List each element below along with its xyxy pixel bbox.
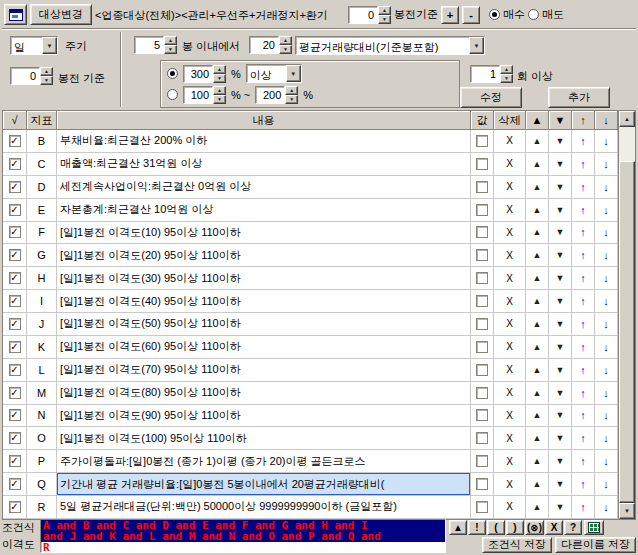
row-enabled-checkbox[interactable]: ✓	[9, 432, 21, 444]
row-move-up-button[interactable]: ↑	[572, 267, 595, 289]
range-to-value[interactable]: 200	[255, 86, 285, 104]
spin-down-icon[interactable]: ▼	[279, 45, 292, 54]
row-enabled-checkbox[interactable]: ✓	[9, 387, 21, 399]
row-move-top-button[interactable]: ▲	[526, 153, 549, 175]
row-value-checkbox[interactable]	[476, 272, 488, 284]
table-row[interactable]: ✓ E 자본총계:최근결산 10억원 이상 X ▲ ▼ ↑ ↓	[3, 199, 618, 222]
minus-button[interactable]: -	[462, 6, 480, 24]
buy-radio[interactable]	[489, 9, 500, 20]
collapse-formula-button[interactable]: ▲	[449, 520, 467, 535]
row-move-down-button[interactable]: ↓	[595, 199, 618, 221]
row-delete-button[interactable]: X	[494, 496, 526, 518]
row-delete-button[interactable]: X	[494, 336, 526, 358]
table-row[interactable]: ✓ K [일]1봉전 이격도(60) 95이상 110이하 X ▲ ▼ ↑ ↓	[3, 336, 618, 359]
occurrence-count-spinner[interactable]: 1 ▲ ▼	[470, 65, 513, 83]
row-delete-button[interactable]: X	[494, 244, 526, 266]
range-to-spinner[interactable]: 200 ▲ ▼	[255, 86, 298, 104]
row-move-bottom-button[interactable]: ▼	[549, 176, 572, 198]
scroll-thumb[interactable]	[619, 161, 635, 503]
row-move-down-button[interactable]: ↓	[595, 473, 618, 495]
row-value-checkbox[interactable]	[476, 204, 488, 216]
comparison-combo[interactable]: 이상 ▼	[246, 64, 302, 83]
row-content[interactable]: 세전계속사업이익:최근결산 0억원 이상	[57, 176, 471, 198]
row-move-down-button[interactable]: ↓	[595, 153, 618, 175]
row-content[interactable]: [일]1봉전 이격도(10) 95이상 110이하	[57, 222, 471, 244]
row-move-down-button[interactable]: ↓	[595, 359, 618, 381]
bars-within-spinner[interactable]: 5 ▲ ▼	[134, 36, 177, 54]
row-move-down-button[interactable]: ↓	[595, 496, 618, 518]
row-move-bottom-button[interactable]: ▼	[549, 153, 572, 175]
row-delete-button[interactable]: X	[494, 153, 526, 175]
table-row[interactable]: ✓ C 매출액:최근결산 31억원 이상 X ▲ ▼ ↑ ↓	[3, 153, 618, 176]
save-as-button[interactable]: 다른이름 저장	[555, 537, 636, 553]
row-move-up-button[interactable]: ↑	[572, 405, 595, 427]
row-move-up-button[interactable]: ↑	[572, 130, 595, 152]
row-enabled-checkbox[interactable]: ✓	[9, 364, 21, 376]
spin-down-icon[interactable]: ▼	[500, 74, 513, 83]
row-value-checkbox[interactable]	[476, 364, 488, 376]
row-move-down-button[interactable]: ↓	[595, 313, 618, 335]
header-move-bottom[interactable]: ▼	[549, 111, 572, 130]
remove-paren-button[interactable]: (⊗)	[525, 520, 544, 535]
row-delete-button[interactable]: X	[494, 176, 526, 198]
row-move-up-button[interactable]: ↑	[572, 244, 595, 266]
row-value-checkbox[interactable]	[476, 295, 488, 307]
row-move-up-button[interactable]: ↑	[572, 336, 595, 358]
table-row[interactable]: ✓ R 5일 평균거래대금(단위:백만) 50000이상 9999999990이…	[3, 496, 618, 519]
scroll-down-icon[interactable]: ▼	[619, 503, 635, 519]
row-move-down-button[interactable]: ↓	[595, 450, 618, 472]
row-move-bottom-button[interactable]: ▼	[549, 450, 572, 472]
header-move-down[interactable]: ↓	[595, 111, 618, 130]
bars-before-value[interactable]: 0	[348, 6, 378, 24]
row-content[interactable]: [일]1봉전 이격도(100) 95이상 110이하	[57, 427, 471, 449]
row-delete-button[interactable]: X	[494, 267, 526, 289]
row-value-checkbox[interactable]	[476, 158, 488, 170]
save-condition-button[interactable]: 조건식 저장	[482, 537, 552, 553]
row-move-bottom-button[interactable]: ▼	[549, 244, 572, 266]
row-move-down-button[interactable]: ↓	[595, 427, 618, 449]
table-row[interactable]: ✓ H [일]1봉전 이격도(30) 95이상 110이하 X ▲ ▼ ↑ ↓	[3, 267, 618, 290]
row-move-down-button[interactable]: ↓	[595, 244, 618, 266]
add-button[interactable]: 추가	[548, 87, 610, 108]
avg-volume-spinner[interactable]: 20 ▲ ▼	[249, 36, 292, 54]
row-content[interactable]: [일]1봉전 이격도(80) 95이상 110이하	[57, 382, 471, 404]
row-enabled-checkbox[interactable]: ✓	[9, 341, 21, 353]
spin-down-icon[interactable]: ▼	[213, 95, 226, 104]
row-enabled-checkbox[interactable]: ✓	[9, 478, 21, 490]
row-move-top-button[interactable]: ▲	[526, 313, 549, 335]
row-move-top-button[interactable]: ▲	[526, 450, 549, 472]
row-enabled-checkbox[interactable]: ✓	[9, 204, 21, 216]
row-move-top-button[interactable]: ▲	[526, 359, 549, 381]
row-delete-button[interactable]: X	[494, 130, 526, 152]
row-value-checkbox[interactable]	[476, 455, 488, 467]
base-bar-value[interactable]: 0	[10, 67, 40, 85]
header-content[interactable]: 내용	[57, 111, 471, 130]
row-content[interactable]: 기간내 평균 거래량비율:[일]0봉전 5봉이내에서 20평균거래량대비(	[57, 473, 471, 495]
header-check[interactable]: √	[3, 111, 27, 130]
row-move-up-button[interactable]: ↑	[572, 290, 595, 312]
row-move-up-button[interactable]: ↑	[572, 496, 595, 518]
table-row[interactable]: ✓ P 주가이평돌파:[일]0봉전 (종가 1)이평 (종가 20)이평 골든크…	[3, 450, 618, 473]
row-move-down-button[interactable]: ↓	[595, 130, 618, 152]
row-enabled-checkbox[interactable]: ✓	[9, 272, 21, 284]
row-move-bottom-button[interactable]: ▼	[549, 382, 572, 404]
row-content[interactable]: [일]1봉전 이격도(30) 95이상 110이하	[57, 267, 471, 289]
spin-up-icon[interactable]: ▲	[40, 67, 53, 76]
row-enabled-checkbox[interactable]: ✓	[9, 455, 21, 467]
row-value-checkbox[interactable]	[476, 341, 488, 353]
delete-formula-button[interactable]: X	[545, 520, 563, 535]
occurrence-count-value[interactable]: 1	[470, 65, 500, 83]
avg-volume-value[interactable]: 20	[249, 36, 279, 54]
row-enabled-checkbox[interactable]: ✓	[9, 409, 21, 421]
row-move-top-button[interactable]: ▲	[526, 176, 549, 198]
row-move-down-button[interactable]: ↓	[595, 290, 618, 312]
row-move-top-button[interactable]: ▲	[526, 222, 549, 244]
row-content[interactable]: 5일 평균거래대금(단위:백만) 50000이상 9999999990이하 (금…	[57, 496, 471, 518]
row-content[interactable]: 주가이평돌파:[일]0봉전 (종가 1)이평 (종가 20)이평 골든크로스	[57, 450, 471, 472]
row-move-bottom-button[interactable]: ▼	[549, 427, 572, 449]
row-move-up-button[interactable]: ↑	[572, 222, 595, 244]
header-move-up[interactable]: ↑	[572, 111, 595, 130]
sell-radio[interactable]	[528, 9, 539, 20]
row-move-bottom-button[interactable]: ▼	[549, 473, 572, 495]
row-delete-button[interactable]: X	[494, 359, 526, 381]
